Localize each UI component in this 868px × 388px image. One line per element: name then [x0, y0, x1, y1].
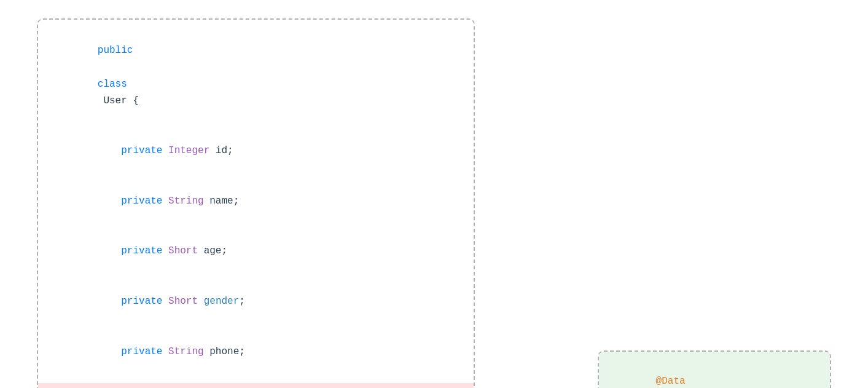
code-line: private Integer id;: [50, 126, 461, 176]
code-line: private Short age;: [50, 226, 461, 277]
data-annotation: @Data: [656, 376, 686, 387]
left-code-block: public class User { private Integer id; …: [37, 18, 475, 388]
code-line: private Short gender;: [50, 277, 461, 327]
keyword-class: class: [98, 79, 127, 90]
right-code-block: @Data public class User { private Intege…: [598, 350, 831, 388]
keyword-public: public: [98, 45, 133, 56]
code-section-getters-setters: public Integer getId() { return id; } pu…: [38, 383, 474, 388]
code-line: private String name;: [50, 176, 461, 227]
code-line-annotation: @Data: [609, 357, 820, 388]
code-section-fields: public class User { private Integer id; …: [38, 20, 474, 383]
code-section-annotation: @Data: [599, 352, 830, 388]
main-container: public class User { private Integer id; …: [12, 12, 856, 388]
code-line: private String phone;: [50, 327, 461, 377]
code-line: public class User {: [50, 26, 461, 126]
